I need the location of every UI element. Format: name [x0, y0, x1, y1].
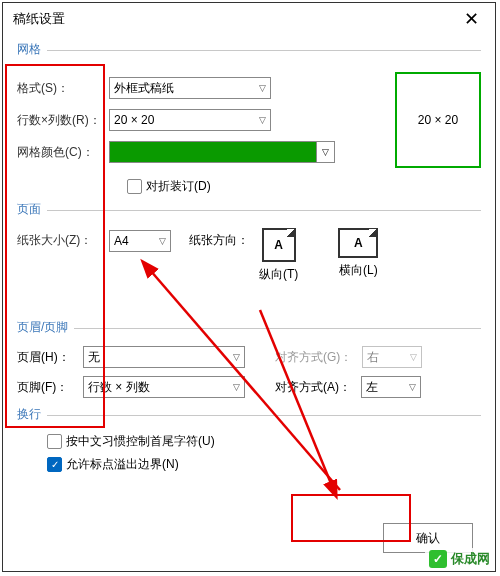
- rowscols-select[interactable]: 20 × 20▽: [109, 109, 271, 131]
- format-select[interactable]: 外框式稿纸▽: [109, 77, 271, 99]
- label-footer: 页脚(F)：: [17, 379, 73, 396]
- label-papersize: 纸张大小(Z)：: [17, 228, 109, 249]
- chevron-down-icon: ▽: [316, 142, 334, 162]
- group-headerfooter: 页眉/页脚: [17, 319, 68, 338]
- overflow-checkbox[interactable]: ✓: [47, 457, 62, 472]
- chevron-down-icon: ▽: [233, 382, 240, 392]
- group-grid: 网格: [17, 41, 41, 60]
- label-cjk: 按中文习惯控制首尾字符(U): [66, 433, 215, 450]
- chevron-down-icon: ▽: [259, 83, 266, 93]
- label-header: 页眉(H)：: [17, 349, 73, 366]
- label-portrait: 纵向(T): [259, 266, 298, 283]
- chevron-down-icon: ▽: [409, 382, 416, 392]
- header-select[interactable]: 无▽: [83, 346, 245, 368]
- label-paperorient: 纸张方向：: [189, 232, 249, 249]
- label-overflow: 允许标点溢出边界(N): [66, 456, 179, 473]
- label-rowscols: 行数×列数(R)：: [17, 112, 109, 129]
- chevron-down-icon: ▽: [410, 352, 417, 362]
- dialog-title: 稿纸设置: [13, 10, 65, 28]
- label-format: 格式(S)：: [17, 80, 109, 97]
- watermark-icon: ✓: [429, 550, 447, 568]
- chevron-down-icon: ▽: [159, 236, 166, 246]
- portrait-icon[interactable]: A: [262, 228, 296, 262]
- gridcolor-select[interactable]: ▽: [109, 141, 335, 163]
- chevron-down-icon: ▽: [259, 115, 266, 125]
- label-align-g: 对齐方式(G)：: [275, 349, 352, 366]
- group-page: 页面: [17, 201, 41, 220]
- close-icon[interactable]: ✕: [458, 6, 485, 32]
- grid-preview: 20 × 20: [395, 72, 481, 168]
- chevron-down-icon: ▽: [233, 352, 240, 362]
- label-align-a: 对齐方式(A)：: [275, 379, 351, 396]
- landscape-icon[interactable]: A: [338, 228, 378, 258]
- align-g-select: 右▽: [362, 346, 422, 368]
- align-a-select[interactable]: 左▽: [361, 376, 421, 398]
- papersize-select[interactable]: A4▽: [109, 230, 171, 252]
- footer-select[interactable]: 行数 × 列数▽: [83, 376, 245, 398]
- color-swatch: [110, 142, 316, 162]
- label-landscape: 横向(L): [339, 262, 378, 279]
- watermark: ✓ 保成网: [425, 548, 494, 570]
- fold-checkbox[interactable]: [127, 179, 142, 194]
- label-gridcolor: 网格颜色(C)：: [17, 144, 109, 161]
- cjk-checkbox[interactable]: [47, 434, 62, 449]
- group-wrap: 换行: [17, 406, 41, 425]
- label-fold: 对折装订(D): [146, 178, 211, 195]
